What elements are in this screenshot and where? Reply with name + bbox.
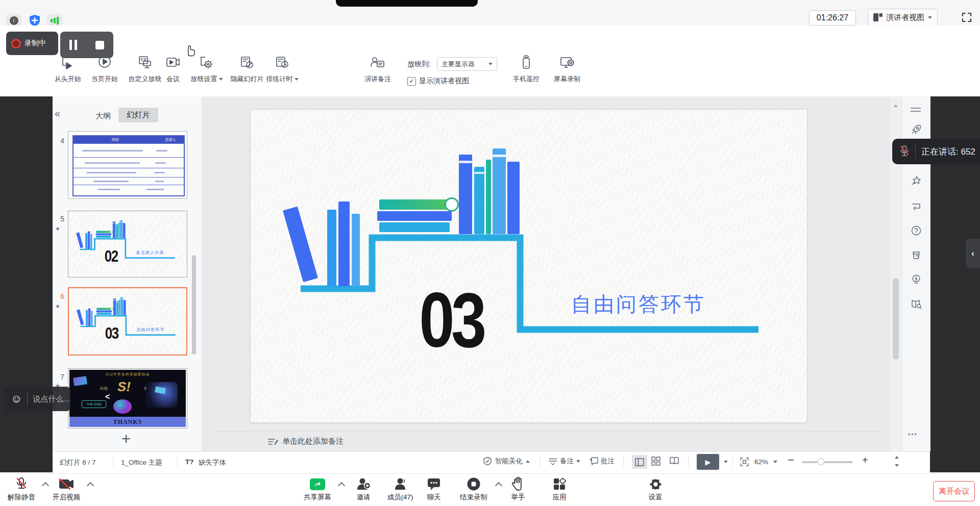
view-mode-dropdown[interactable]: 演讲者视图	[868, 9, 938, 26]
rehearse-timing-button[interactable]: 排练计时	[263, 54, 302, 84]
invite-button[interactable]: 邀请	[346, 476, 381, 502]
gear-icon	[649, 477, 663, 491]
book-horizontal	[379, 199, 451, 210]
button-label: 当页开始	[91, 75, 118, 83]
chat-expand-arrow[interactable]: <	[105, 392, 110, 401]
start-from-current-button[interactable]: 当页开始	[87, 54, 122, 84]
book-vertical	[90, 234, 92, 249]
display-select[interactable]: 主要显示器	[437, 57, 497, 71]
view-reading-button[interactable]	[669, 457, 679, 467]
book-horizontal	[96, 236, 111, 238]
unmute-button[interactable]: 解除静音	[3, 476, 40, 502]
rail-more-button[interactable]: •••	[908, 431, 918, 438]
custom-show-button[interactable]: 自定义放映	[122, 54, 167, 84]
toolbar-label: 应用	[553, 493, 567, 501]
layout-view-icon	[873, 13, 883, 21]
apps-button[interactable]: 应用	[543, 476, 576, 502]
zoom-slider-knob[interactable]	[817, 458, 824, 465]
loop-playback-icon[interactable]	[911, 200, 922, 212]
meeting-top-bar: i 01:26:27 演讲者视图	[0, 0, 980, 26]
presenter-view-checkbox[interactable]: ✓ 显示演讲者视图	[407, 77, 469, 86]
play-slideshow-button[interactable]: ▶	[697, 454, 719, 470]
meeting-toolbar: 解除静音 开启视频 共享屏幕	[0, 473, 980, 506]
start-from-beginning-button[interactable]: 从头开始	[49, 54, 87, 84]
slide-sorter-icon	[651, 457, 660, 466]
slide-thumbnail-7[interactable]: JLU大学生科技创新协会 科创 S! 课堂 THE END < THANKS	[68, 368, 187, 428]
resource-cup-icon[interactable]	[911, 249, 922, 261]
zoom-out-button[interactable]: −	[788, 453, 794, 467]
zoom-in-button[interactable]: +	[862, 454, 868, 466]
stop-recording-button[interactable]	[95, 41, 104, 49]
slide-thumbnail-5[interactable]: 02 各主讲人分享	[68, 211, 187, 277]
dictionary-search-icon[interactable]	[911, 298, 922, 310]
custom-show-icon	[136, 54, 154, 71]
pause-recording-button[interactable]	[69, 40, 77, 50]
raise-hand-button[interactable]: 举手	[501, 476, 535, 502]
inspiration-bulb-icon[interactable]	[911, 274, 922, 285]
normal-view-icon	[635, 458, 644, 466]
slide-number: 5	[53, 215, 64, 223]
share-screen-button[interactable]: 共享屏幕	[299, 476, 336, 502]
current-slide[interactable]: 03 自由问答环节	[250, 109, 807, 423]
theme-name[interactable]: 1_Office 主题	[121, 458, 162, 467]
color-sphere-art	[113, 399, 132, 414]
collapse-panel-button[interactable]: «	[55, 108, 60, 119]
beautify-button[interactable]: 智能美化	[483, 457, 530, 466]
show-settings-gear-icon	[198, 54, 215, 71]
start-video-button[interactable]: 开启视频	[48, 476, 85, 502]
view-sorter-button[interactable]	[651, 457, 660, 468]
show-to-label: 放映到:	[407, 60, 431, 69]
meeting-panel-toggle[interactable]: ‹	[966, 239, 980, 268]
video-options-chevron[interactable]	[87, 482, 94, 489]
settings-button[interactable]: 设置	[639, 476, 672, 502]
screen-record-button[interactable]: 屏幕录制	[550, 54, 584, 84]
meeting-button[interactable]: 会议	[161, 54, 185, 84]
stop-recording-button[interactable]: 结束录制	[453, 476, 494, 502]
view-normal-button[interactable]	[632, 455, 647, 469]
quick-tools-rocket-icon[interactable]	[911, 124, 922, 135]
fit-slide-icon[interactable]	[740, 458, 749, 466]
slide-thumbnail-4[interactable]: 内容 主讲人	[68, 131, 187, 199]
chat-button[interactable]: 聊天	[416, 476, 451, 502]
help-icon[interactable]	[911, 225, 922, 236]
zoom-slider-track[interactable]	[802, 461, 853, 463]
play-options-dropdown[interactable]	[724, 461, 728, 463]
zoom-percent[interactable]: 62%	[754, 458, 768, 466]
members-button[interactable]: 成员(47)	[381, 476, 420, 502]
slide-artwork: 03 自由问答环节	[251, 110, 807, 422]
share-options-chevron[interactable]	[338, 482, 345, 489]
phone-remote-button[interactable]: 手机遥控	[509, 54, 543, 84]
notes-toggle-button[interactable]: 备注	[549, 457, 580, 466]
hide-slide-button[interactable]: 隐藏幻灯片	[226, 54, 268, 84]
slide-thumbnail-6-selected[interactable]: 03 自由问答环节	[68, 287, 187, 356]
book-scroll-cap	[445, 197, 459, 212]
comments-label: 批注	[601, 457, 615, 466]
missing-font-icon: T?	[185, 458, 194, 466]
scroll-up-button[interactable]	[894, 105, 898, 107]
notes-placeholder[interactable]: 单击此处添加备注	[282, 437, 344, 446]
editor-scrollbar-thumb[interactable]	[893, 278, 899, 360]
add-slide-button[interactable]: +	[116, 429, 136, 448]
show-settings-button[interactable]: 放映设置	[186, 54, 228, 84]
next-slide-button[interactable]	[895, 464, 899, 467]
beautify-star-icon[interactable]	[911, 175, 922, 186]
panel-scrollbar[interactable]	[192, 255, 196, 355]
zoom-dropdown[interactable]	[773, 461, 777, 463]
play-icon: ▶	[705, 458, 711, 466]
signal-bars-icon	[54, 18, 56, 23]
book-vertical	[86, 310, 88, 326]
tab-outline[interactable]: 大纲	[95, 111, 111, 121]
beautify-label: 智能美化	[495, 457, 523, 466]
comments-button[interactable]: 批注	[590, 457, 615, 466]
tab-slides[interactable]: 幻灯片	[118, 108, 158, 122]
rail-drag-handle[interactable]	[911, 106, 922, 117]
emoji-icon[interactable]: ☺	[11, 393, 22, 404]
book-cap-band	[116, 225, 118, 225]
missing-font-label[interactable]: 缺失字体	[199, 458, 226, 467]
fullscreen-button[interactable]	[961, 11, 973, 26]
previous-slide-button[interactable]	[895, 456, 899, 459]
slide-section-number: 03	[407, 281, 495, 359]
speaker-notes-button[interactable]: 演讲备注	[357, 54, 398, 84]
leave-meeting-button[interactable]: 离开会议	[933, 481, 975, 501]
chat-quick-input[interactable]: ☺ 说点什么...	[4, 387, 70, 411]
